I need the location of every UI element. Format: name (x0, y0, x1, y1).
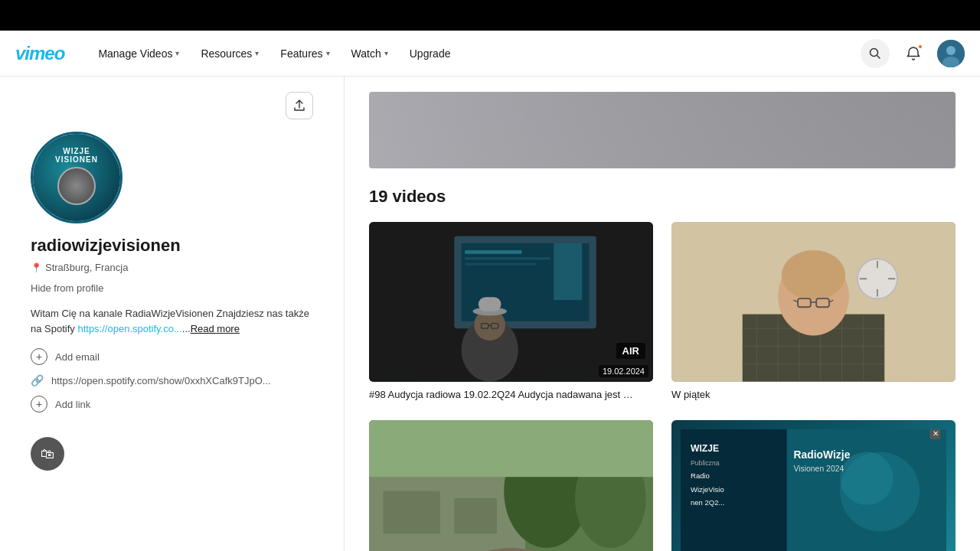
svg-text:nen 2Q2...: nen 2Q2... (691, 498, 725, 507)
hero-banner (369, 92, 956, 168)
top-bar (0, 0, 980, 31)
video-thumb-1: AIR 19.02.2024 (369, 222, 653, 382)
nav-features[interactable]: Features ▾ (271, 43, 338, 64)
svg-point-37 (782, 250, 845, 300)
thumb-4-illustration: WIZJE Publiczna Radio WizjeVisio nen 2Q2… (681, 429, 946, 551)
nav-right (861, 39, 965, 68)
search-icon (869, 47, 881, 60)
features-label: Features (280, 47, 322, 60)
add-link-action[interactable]: + Add link (31, 396, 313, 412)
sidebar: WIZJEVISIONEN radiowizjevisionen 📍 Straß… (0, 77, 345, 551)
svg-text:WizjeVisio: WizjeVisio (691, 484, 724, 493)
nav-items: Manage Videos ▾ Resources ▾ Features ▾ W… (89, 43, 861, 64)
manage-videos-label: Manage Videos (98, 47, 172, 60)
notifications-button[interactable] (899, 39, 928, 68)
video-date-1: 19.02.2024 (599, 365, 648, 377)
video-card-2[interactable]: W piątek (671, 222, 956, 402)
location: 📍 Straßburg, Francja (31, 262, 313, 273)
video-card-4[interactable]: WIZJE Publiczna Radio WizjeVisio nen 2Q2… (671, 420, 956, 551)
features-chevron: ▾ (326, 49, 330, 57)
videos-count: 19 videos (369, 187, 956, 207)
share-button[interactable] (286, 92, 313, 119)
svg-text:Visionen 2024: Visionen 2024 (793, 465, 844, 473)
svg-point-3 (946, 46, 956, 55)
nav-watch[interactable]: Watch ▾ (342, 43, 397, 64)
video-card-3[interactable] (369, 420, 653, 551)
location-text: Straßburg, Francja (45, 262, 128, 273)
svg-text:✕: ✕ (933, 429, 939, 438)
share-icon (293, 99, 305, 112)
profile-avatar: WIZJEVISIONEN (31, 132, 122, 223)
nav-upgrade[interactable]: Upgrade (400, 43, 460, 64)
avatar-image (937, 40, 965, 67)
svg-rect-15 (479, 297, 501, 311)
username: radiowizjevisionen (31, 236, 313, 256)
user-avatar[interactable] (937, 40, 965, 67)
manage-videos-chevron: ▾ (175, 49, 179, 57)
location-pin-icon: 📍 (31, 262, 42, 273)
resources-chevron: ▾ (255, 49, 259, 57)
resources-label: Resources (201, 47, 252, 60)
bio-ellipsis: ... (182, 323, 191, 334)
share-area (31, 92, 313, 119)
navbar: vimeo Manage Videos ▾ Resources ▾ Featur… (0, 31, 980, 77)
svg-text:WIZJE: WIZJE (691, 443, 719, 454)
thumb-3-illustration (369, 420, 653, 551)
video-thumb-3 (369, 420, 653, 551)
vimeo-logo-text: vimeo (15, 43, 64, 64)
avatar-inner: WIZJEVISIONEN (33, 134, 120, 221)
svg-rect-11 (554, 243, 582, 300)
upgrade-label: Upgrade (410, 47, 451, 60)
video-grid: AIR 19.02.2024 #98 Audycja radiowa 19.02… (369, 222, 956, 551)
svg-point-0 (871, 48, 878, 56)
watch-label: Watch (351, 47, 381, 60)
add-link-icon: + (31, 396, 47, 412)
avatar-circle-decoration (57, 167, 96, 205)
bio-read-more[interactable]: Read more (191, 323, 240, 334)
svg-rect-8 (465, 250, 521, 254)
hide-from-profile-link[interactable]: Hide from profile (31, 282, 313, 294)
video-title-2: W piątek (671, 388, 956, 402)
main-content: 19 videos (345, 77, 980, 551)
add-email-action[interactable]: + Add email (31, 348, 313, 365)
bio-spotify-link[interactable]: https://open.spotify.co... (77, 323, 181, 334)
spotify-url-text: https://open.spotify.com/show/0xxhXCafk9… (51, 375, 271, 386)
svg-text:RadioWizje: RadioWizje (793, 448, 850, 461)
video-title-1: #98 Audycja radiowa 19.02.2Q24 Audycja n… (369, 388, 653, 402)
logo[interactable]: vimeo (15, 43, 64, 64)
svg-rect-45 (384, 491, 440, 534)
svg-rect-9 (465, 257, 550, 259)
svg-text:Radio: Radio (691, 471, 710, 480)
thumb-1-illustration (369, 222, 653, 382)
bio-text: Witam Cię na kanale RadiaWizjeVisionen Z… (31, 306, 313, 336)
video-thumb-4: WIZJE Publiczna Radio WizjeVisio nen 2Q2… (671, 420, 956, 551)
svg-rect-49 (369, 420, 653, 477)
svg-text:Publiczna: Publiczna (691, 459, 720, 467)
svg-line-1 (877, 55, 880, 58)
svg-rect-46 (454, 498, 497, 533)
thumb-2-illustration (671, 222, 956, 382)
search-button[interactable] (861, 39, 890, 68)
spotify-link-action[interactable]: 🔗 https://open.spotify.com/show/0xxhXCaf… (31, 374, 313, 386)
nav-resources[interactable]: Resources ▾ (191, 43, 268, 64)
watch-chevron: ▾ (384, 49, 388, 57)
page-layout: WIZJEVISIONEN radiowizjevisionen 📍 Straß… (0, 77, 980, 551)
video-thumb-2 (671, 222, 956, 382)
air-badge: AIR (616, 343, 645, 359)
notification-badge (917, 44, 923, 50)
svg-rect-10 (465, 263, 536, 266)
add-email-icon: + (31, 348, 47, 365)
nav-manage-videos[interactable]: Manage Videos ▾ (89, 43, 188, 64)
add-email-label: Add email (55, 351, 100, 363)
video-card-1[interactable]: AIR 19.02.2024 #98 Audycja radiowa 19.02… (369, 222, 653, 402)
bag-icon[interactable]: 🛍 (31, 437, 64, 471)
link-icon: 🔗 (31, 374, 44, 386)
sidebar-bottom: 🛍 (31, 437, 313, 471)
add-link-label: Add link (55, 399, 90, 410)
